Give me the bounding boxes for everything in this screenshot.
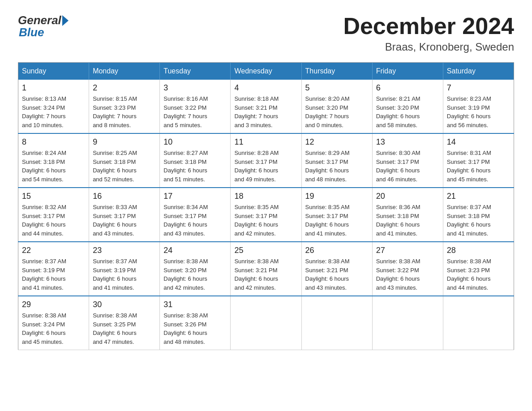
- day-info: Sunrise: 8:38 AMSunset: 3:20 PMDaylight:…: [163, 257, 227, 292]
- table-row: 21 Sunrise: 8:37 AMSunset: 3:18 PMDaylig…: [443, 188, 514, 242]
- day-info: Sunrise: 8:21 AMSunset: 3:20 PMDaylight:…: [376, 94, 439, 129]
- calendar-week-row: 8 Sunrise: 8:24 AMSunset: 3:18 PMDayligh…: [18, 133, 514, 188]
- day-info: Sunrise: 8:31 AMSunset: 3:17 PMDaylight:…: [447, 149, 510, 184]
- day-number: 9: [93, 137, 156, 147]
- table-row: 14 Sunrise: 8:31 AMSunset: 3:17 PMDaylig…: [443, 133, 514, 188]
- day-info: Sunrise: 8:24 AMSunset: 3:18 PMDaylight:…: [22, 149, 85, 184]
- day-info: Sunrise: 8:16 AMSunset: 3:22 PMDaylight:…: [163, 94, 227, 129]
- table-row: 9 Sunrise: 8:25 AMSunset: 3:18 PMDayligh…: [89, 133, 160, 188]
- table-row: 4 Sunrise: 8:18 AMSunset: 3:21 PMDayligh…: [231, 80, 301, 133]
- calendar-week-row: 22 Sunrise: 8:37 AMSunset: 3:19 PMDaylig…: [18, 242, 514, 296]
- day-info: Sunrise: 8:38 AMSunset: 3:26 PMDaylight:…: [163, 311, 227, 346]
- table-row: 1 Sunrise: 8:13 AMSunset: 3:24 PMDayligh…: [18, 80, 89, 133]
- day-info: Sunrise: 8:35 AMSunset: 3:17 PMDaylight:…: [234, 203, 297, 238]
- day-info: Sunrise: 8:38 AMSunset: 3:21 PMDaylight:…: [234, 257, 297, 292]
- table-row: 16 Sunrise: 8:33 AMSunset: 3:17 PMDaylig…: [89, 188, 160, 242]
- table-row: 15 Sunrise: 8:32 AMSunset: 3:17 PMDaylig…: [18, 188, 89, 242]
- day-number: 5: [305, 83, 369, 93]
- header-saturday: Saturday: [443, 63, 514, 80]
- day-info: Sunrise: 8:37 AMSunset: 3:19 PMDaylight:…: [22, 257, 85, 292]
- day-number: 16: [93, 192, 156, 201]
- table-row: 22 Sunrise: 8:37 AMSunset: 3:19 PMDaylig…: [18, 242, 89, 296]
- table-row: 2 Sunrise: 8:15 AMSunset: 3:23 PMDayligh…: [89, 80, 160, 133]
- day-number: 20: [376, 192, 439, 201]
- day-info: Sunrise: 8:20 AMSunset: 3:20 PMDaylight:…: [305, 94, 369, 129]
- page-title: December 2024: [343, 13, 514, 39]
- day-number: 27: [376, 246, 439, 255]
- logo-blue-text: Blue: [19, 26, 44, 39]
- header-sunday: Sunday: [18, 63, 89, 80]
- day-info: Sunrise: 8:15 AMSunset: 3:23 PMDaylight:…: [93, 94, 156, 129]
- table-row: [372, 296, 443, 350]
- day-info: Sunrise: 8:38 AMSunset: 3:22 PMDaylight:…: [376, 257, 439, 292]
- day-number: 18: [234, 192, 297, 201]
- table-row: 10 Sunrise: 8:27 AMSunset: 3:18 PMDaylig…: [160, 133, 231, 188]
- page-subtitle: Braas, Kronoberg, Sweden: [343, 41, 514, 53]
- table-row: 7 Sunrise: 8:23 AMSunset: 3:19 PMDayligh…: [443, 80, 514, 133]
- day-info: Sunrise: 8:35 AMSunset: 3:17 PMDaylight:…: [305, 203, 369, 238]
- table-row: 28 Sunrise: 8:38 AMSunset: 3:23 PMDaylig…: [443, 242, 514, 296]
- table-row: 13 Sunrise: 8:30 AMSunset: 3:17 PMDaylig…: [372, 133, 443, 188]
- logo-arrow-icon: [62, 15, 69, 26]
- day-info: Sunrise: 8:13 AMSunset: 3:24 PMDaylight:…: [22, 94, 85, 129]
- table-row: 26 Sunrise: 8:38 AMSunset: 3:21 PMDaylig…: [301, 242, 372, 296]
- day-number: 23: [93, 246, 156, 255]
- day-number: 24: [163, 246, 227, 255]
- table-row: 29 Sunrise: 8:38 AMSunset: 3:24 PMDaylig…: [18, 296, 89, 350]
- table-row: 20 Sunrise: 8:36 AMSunset: 3:18 PMDaylig…: [372, 188, 443, 242]
- day-number: 6: [376, 83, 439, 93]
- day-info: Sunrise: 8:34 AMSunset: 3:17 PMDaylight:…: [163, 203, 227, 238]
- day-number: 10: [163, 137, 227, 147]
- day-number: 2: [93, 83, 156, 93]
- day-info: Sunrise: 8:32 AMSunset: 3:17 PMDaylight:…: [22, 203, 85, 238]
- day-info: Sunrise: 8:38 AMSunset: 3:25 PMDaylight:…: [93, 311, 156, 346]
- day-number: 25: [234, 246, 297, 255]
- header-thursday: Thursday: [301, 63, 372, 80]
- header-tuesday: Tuesday: [160, 63, 231, 80]
- day-number: 14: [447, 137, 510, 147]
- logo: General Blue: [18, 13, 69, 39]
- page-header: General Blue December 2024 Braas, Kronob…: [18, 13, 514, 53]
- day-number: 29: [22, 300, 85, 309]
- table-row: 11 Sunrise: 8:28 AMSunset: 3:17 PMDaylig…: [231, 133, 301, 188]
- calendar-header-row: Sunday Monday Tuesday Wednesday Thursday…: [18, 63, 514, 80]
- day-number: 1: [22, 83, 85, 93]
- day-info: Sunrise: 8:28 AMSunset: 3:17 PMDaylight:…: [234, 149, 297, 184]
- day-number: 7: [447, 83, 510, 93]
- day-info: Sunrise: 8:37 AMSunset: 3:19 PMDaylight:…: [93, 257, 156, 292]
- day-info: Sunrise: 8:33 AMSunset: 3:17 PMDaylight:…: [93, 203, 156, 238]
- calendar-table: Sunday Monday Tuesday Wednesday Thursday…: [18, 62, 514, 350]
- day-info: Sunrise: 8:38 AMSunset: 3:24 PMDaylight:…: [22, 311, 85, 346]
- day-number: 31: [163, 300, 227, 309]
- table-row: 23 Sunrise: 8:37 AMSunset: 3:19 PMDaylig…: [89, 242, 160, 296]
- day-number: 17: [163, 192, 227, 201]
- calendar-week-row: 15 Sunrise: 8:32 AMSunset: 3:17 PMDaylig…: [18, 188, 514, 242]
- day-number: 15: [22, 192, 85, 201]
- day-info: Sunrise: 8:27 AMSunset: 3:18 PMDaylight:…: [163, 149, 227, 184]
- day-number: 11: [234, 137, 297, 147]
- table-row: 12 Sunrise: 8:29 AMSunset: 3:17 PMDaylig…: [301, 133, 372, 188]
- day-info: Sunrise: 8:29 AMSunset: 3:17 PMDaylight:…: [305, 149, 369, 184]
- table-row: 24 Sunrise: 8:38 AMSunset: 3:20 PMDaylig…: [160, 242, 231, 296]
- title-block: December 2024 Braas, Kronoberg, Sweden: [343, 13, 514, 53]
- day-info: Sunrise: 8:37 AMSunset: 3:18 PMDaylight:…: [447, 203, 510, 238]
- day-number: 28: [447, 246, 510, 255]
- day-number: 21: [447, 192, 510, 201]
- day-info: Sunrise: 8:38 AMSunset: 3:21 PMDaylight:…: [305, 257, 369, 292]
- table-row: [231, 296, 301, 350]
- table-row: 19 Sunrise: 8:35 AMSunset: 3:17 PMDaylig…: [301, 188, 372, 242]
- day-number: 30: [93, 300, 156, 309]
- table-row: 27 Sunrise: 8:38 AMSunset: 3:22 PMDaylig…: [372, 242, 443, 296]
- table-row: 31 Sunrise: 8:38 AMSunset: 3:26 PMDaylig…: [160, 296, 231, 350]
- table-row: 8 Sunrise: 8:24 AMSunset: 3:18 PMDayligh…: [18, 133, 89, 188]
- day-number: 4: [234, 83, 297, 93]
- day-number: 26: [305, 246, 369, 255]
- day-number: 19: [305, 192, 369, 201]
- calendar-week-row: 1 Sunrise: 8:13 AMSunset: 3:24 PMDayligh…: [18, 80, 514, 133]
- header-monday: Monday: [89, 63, 160, 80]
- table-row: 6 Sunrise: 8:21 AMSunset: 3:20 PMDayligh…: [372, 80, 443, 133]
- calendar-week-row: 29 Sunrise: 8:38 AMSunset: 3:24 PMDaylig…: [18, 296, 514, 350]
- table-row: 30 Sunrise: 8:38 AMSunset: 3:25 PMDaylig…: [89, 296, 160, 350]
- table-row: [443, 296, 514, 350]
- table-row: [301, 296, 372, 350]
